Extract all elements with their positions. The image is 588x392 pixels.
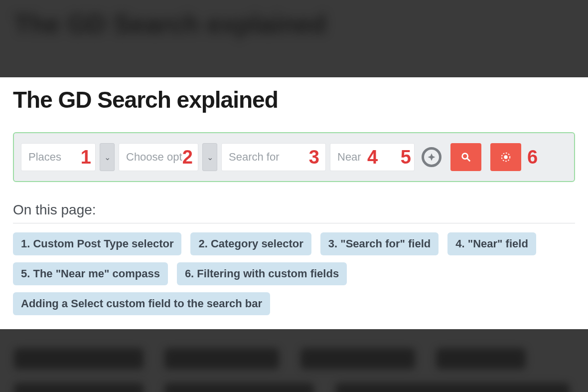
gear-icon bbox=[500, 152, 511, 163]
search-for-placeholder: Search for bbox=[229, 151, 280, 164]
post-type-label: Places bbox=[28, 151, 61, 164]
ghost-pill bbox=[436, 348, 526, 369]
toc-link-7[interactable]: Adding a Select custom field to the sear… bbox=[13, 292, 270, 315]
toc-link-3[interactable]: 3. "Search for" field bbox=[320, 232, 439, 255]
near-placeholder: Near bbox=[337, 151, 361, 164]
blurred-backdrop-bottom bbox=[0, 329, 588, 392]
toc-link-2[interactable]: 2. Category selector bbox=[190, 232, 311, 255]
annotation-6: 6 bbox=[527, 147, 538, 168]
search-for-input[interactable]: Search for 3 bbox=[221, 143, 326, 171]
toc-link-4[interactable]: 4. "Near" field bbox=[447, 232, 536, 255]
category-label: Choose opt bbox=[126, 151, 182, 164]
search-bar: Places 1 ⌄ Choose opt 2 ⌄ Search for 3 N… bbox=[13, 132, 575, 182]
annotation-3: 3 bbox=[309, 147, 319, 168]
annotation-1: 1 bbox=[81, 147, 91, 168]
content-panel: The GD Search explained Places 1 ⌄ Choos… bbox=[0, 77, 588, 329]
category-selector[interactable]: Choose opt 2 bbox=[119, 143, 198, 171]
ghost-pill bbox=[164, 348, 279, 369]
near-input[interactable]: Near 4 5 bbox=[330, 143, 415, 171]
post-type-selector[interactable]: Places 1 bbox=[21, 143, 96, 171]
toc-link-5[interactable]: 5. The "Near me" compass bbox=[13, 262, 168, 285]
search-icon bbox=[460, 152, 471, 163]
chevron-down-icon: ⌄ bbox=[104, 153, 111, 162]
ghost-pill bbox=[300, 348, 415, 369]
blurred-backdrop-top: The GD Search explained bbox=[0, 0, 588, 77]
svg-point-0 bbox=[462, 154, 468, 159]
toc-link-1[interactable]: 1. Custom Post Type selector bbox=[13, 232, 181, 255]
ghost-pill bbox=[335, 383, 570, 392]
compass-icon bbox=[427, 153, 436, 162]
ghost-pill bbox=[14, 383, 144, 392]
filter-button[interactable] bbox=[490, 143, 521, 171]
ghost-pill bbox=[14, 348, 144, 369]
page-title: The GD Search explained bbox=[13, 86, 575, 113]
ghost-title: The GD Search explained bbox=[14, 9, 326, 39]
ghost-pill bbox=[164, 383, 314, 392]
search-button[interactable] bbox=[450, 143, 481, 171]
svg-point-2 bbox=[504, 155, 507, 159]
chevron-down-icon: ⌄ bbox=[207, 153, 213, 162]
annotation-4: 4 bbox=[367, 147, 378, 168]
toc-pill-row: 1. Custom Post Type selector 2. Category… bbox=[13, 232, 575, 315]
annotation-5: 5 bbox=[401, 147, 411, 168]
post-type-dropdown-toggle[interactable]: ⌄ bbox=[100, 143, 115, 171]
toc-link-6[interactable]: 6. Filtering with custom fields bbox=[177, 262, 347, 285]
annotation-2: 2 bbox=[182, 147, 193, 168]
on-this-page-heading: On this page: bbox=[13, 202, 575, 223]
near-me-compass-button[interactable] bbox=[422, 147, 441, 167]
category-dropdown-toggle[interactable]: ⌄ bbox=[202, 143, 217, 171]
svg-line-1 bbox=[467, 159, 470, 162]
